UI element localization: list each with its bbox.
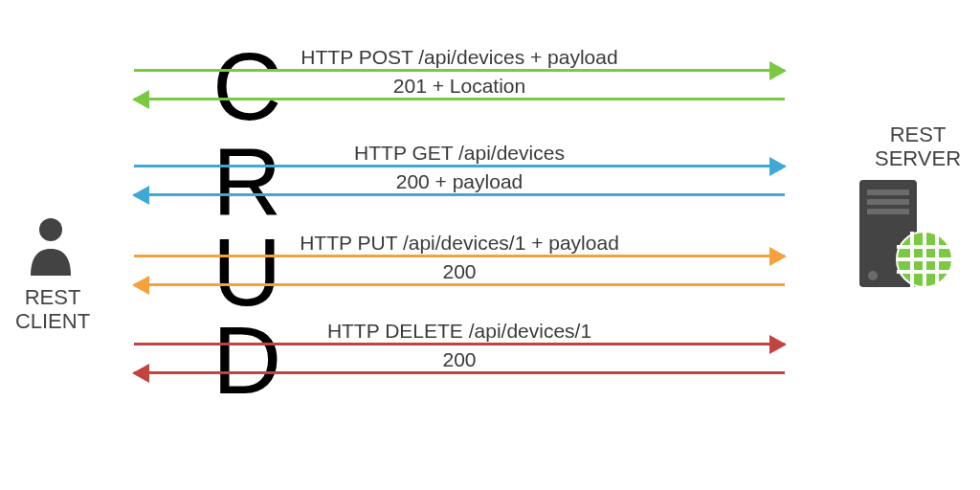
label-read-response: 200 + payload	[134, 170, 785, 193]
label-update-request: HTTP PUT /api/devices/1 + payload	[134, 232, 785, 255]
arrow-create-request	[134, 69, 785, 72]
svg-rect-11	[923, 232, 926, 287]
client-label: REST CLIENT	[0, 285, 105, 334]
label-create-response: 201 + Location	[134, 75, 785, 98]
label-read-request: HTTP GET /api/devices	[134, 142, 785, 165]
label-create-request: HTTP POST /api/devices + payload	[134, 46, 785, 69]
arrow-create-response	[134, 98, 785, 100]
arrow-update-response	[134, 283, 785, 286]
client-label-line1: REST	[0, 285, 105, 309]
server-label-line1: REST	[858, 122, 978, 146]
svg-point-0	[39, 218, 62, 241]
person-icon	[29, 216, 73, 279]
label-delete-response: 200	[134, 348, 785, 371]
arrow-delete-response	[134, 371, 785, 374]
label-delete-request: HTTP DELETE /api/devices/1	[134, 320, 785, 343]
arrow-delete-request	[134, 343, 785, 345]
svg-point-5	[868, 271, 878, 280]
crud-rest-diagram: REST CLIENT REST SERVER	[0, 0, 980, 490]
arrow-read-response	[134, 193, 785, 196]
svg-rect-10	[910, 232, 914, 287]
svg-rect-3	[867, 199, 909, 205]
arrow-update-request	[134, 255, 785, 257]
svg-rect-12	[935, 232, 939, 287]
client-label-line2: CLIENT	[0, 309, 105, 333]
label-update-response: 200	[134, 260, 785, 283]
arrow-read-request	[134, 165, 785, 167]
svg-rect-2	[867, 189, 909, 195]
svg-rect-4	[867, 209, 909, 214]
server-label: REST SERVER	[858, 122, 978, 171]
server-label-line2: SERVER	[858, 146, 978, 170]
server-icon	[859, 180, 951, 299]
